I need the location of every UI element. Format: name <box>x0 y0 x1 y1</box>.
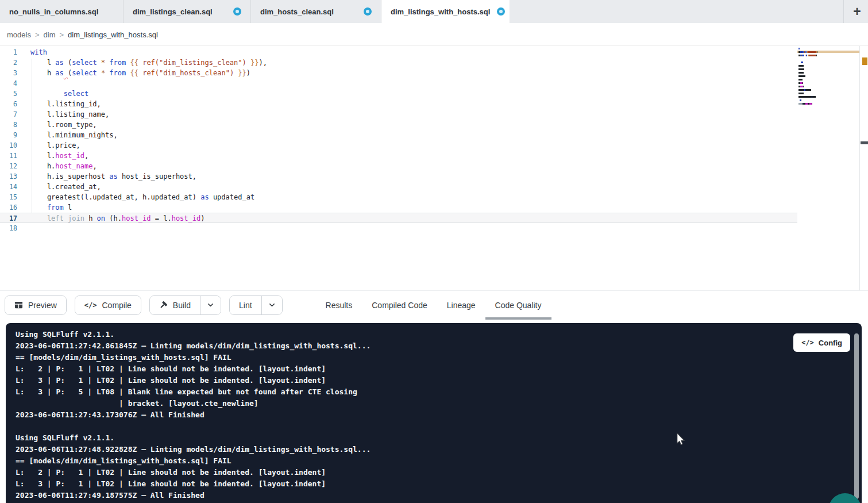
build-button[interactable]: Build <box>150 296 200 314</box>
line-number: 2 <box>0 57 17 68</box>
code-text: h.is_superhost as host_is_superhost, <box>30 171 196 182</box>
line-number: 5 <box>0 89 17 99</box>
tab-dim_hosts_clean.sql[interactable]: dim_hosts_clean.sql <box>251 0 381 23</box>
code-line[interactable]: 14 l.created_at, <box>0 182 859 192</box>
terminal-scrollbar[interactable] <box>854 333 859 499</box>
code-line[interactable]: 5 select <box>0 89 859 99</box>
lint-button[interactable]: Lint <box>230 296 261 314</box>
code-text: greatest(l.updated_at, h.updated_at) as … <box>30 192 254 202</box>
code-line[interactable]: 1with <box>0 47 859 57</box>
line-number: 7 <box>0 109 17 120</box>
line-number: 13 <box>0 171 17 182</box>
editor-lines: 1with2 l as (select * from {{ ref("dim_l… <box>0 47 859 233</box>
chevron-down-icon <box>268 301 276 309</box>
line-number: 15 <box>0 192 17 202</box>
tab-dim_listings_clean.sql[interactable]: dim_listings_clean.sql <box>124 0 251 23</box>
code-line[interactable]: 3 h as (select * from {{ ref("dim_hosts_… <box>0 68 859 78</box>
breadcrumb-bar: models>dim>dim_listings_with_hosts.sql S… <box>0 23 868 46</box>
code-line[interactable]: 6 l.listing_id, <box>0 99 859 109</box>
breadcrumb-segment[interactable]: dim <box>44 30 56 39</box>
editor-scrollbar[interactable] <box>859 46 868 290</box>
code-line[interactable]: 2 l as (select * from {{ ref("dim_listin… <box>0 57 859 68</box>
config-button[interactable]: </> Config <box>793 333 850 352</box>
code-line[interactable]: 13 h.is_superhost as host_is_superhost, <box>0 171 859 182</box>
code-text: select <box>30 89 88 99</box>
code-text: l as (select * from {{ ref("dim_listings… <box>30 57 267 68</box>
code-text: l.listing_id, <box>30 99 101 109</box>
line-number: 14 <box>0 182 17 192</box>
code-line[interactable]: 10 l.price, <box>0 140 859 151</box>
code-line[interactable]: 16 from l <box>0 202 859 213</box>
tab-results[interactable]: Results <box>316 291 362 320</box>
breadcrumb-segment[interactable]: dim_listings_with_hosts.sql <box>68 30 158 39</box>
compile-button[interactable]: </>Compile <box>75 296 141 314</box>
tab-compiled-code[interactable]: Compiled Code <box>362 291 437 320</box>
tab-bar-divider <box>843 0 844 23</box>
line-number: 11 <box>0 151 17 161</box>
new-tab-button[interactable]: + <box>850 4 865 19</box>
tab-bar: no_nulls_in_columns.sqldim_listings_clea… <box>0 0 868 23</box>
code-line[interactable]: 9 l.minimum_nights, <box>0 130 859 140</box>
code-line[interactable]: 18 <box>0 223 859 233</box>
preview-button[interactable]: Preview <box>5 296 66 314</box>
minimap-rows <box>798 48 817 110</box>
line-number: 3 <box>0 68 17 78</box>
breadcrumb-separator-icon: > <box>59 30 64 39</box>
modified-dot-icon <box>497 7 505 16</box>
modified-dot-icon <box>364 7 372 16</box>
line-number: 17 <box>0 213 17 224</box>
code-line[interactable]: 17 left join h on (h.host_id = l.host_id… <box>0 213 797 223</box>
code-text: l.host_id, <box>30 151 88 161</box>
breadcrumb: models>dim>dim_listings_with_hosts.sql <box>7 23 158 46</box>
code-icon: </> <box>801 339 814 347</box>
line-number: 8 <box>0 120 17 130</box>
tab-dim_listings_with_hosts.sql[interactable]: dim_listings_with_hosts.sql <box>381 0 510 23</box>
terminal-panel: Using SQLFluff v2.1.1. 2023-06-06T11:27:… <box>6 323 862 503</box>
chevron-down-icon <box>207 301 214 309</box>
line-number: 10 <box>0 140 17 151</box>
code-text: l.room_type, <box>30 120 97 130</box>
tab-label: dim_listings_clean.sql <box>133 7 213 16</box>
scroll-position-marker <box>861 141 868 144</box>
code-line[interactable]: 15 greatest(l.updated_at, h.updated_at) … <box>0 192 859 202</box>
panel-tabs: ResultsCompiled CodeLineageCode Quality <box>316 291 551 320</box>
preview-label: Preview <box>28 301 57 310</box>
line-number: 1 <box>0 47 17 57</box>
line-number: 9 <box>0 130 17 140</box>
code-line[interactable]: 4 <box>0 78 859 89</box>
code-line[interactable]: 8 l.room_type, <box>0 120 859 130</box>
code-text: h.host_name, <box>30 161 97 171</box>
code-line[interactable]: 11 l.host_id, <box>0 151 859 161</box>
modified-dot-icon <box>233 7 241 16</box>
breadcrumb-segment[interactable]: models <box>7 30 31 39</box>
compile-label: Compile <box>102 301 131 310</box>
build-dropdown-button[interactable] <box>200 296 221 314</box>
code-text: l.created_at, <box>30 182 101 192</box>
button-group-compile: </>Compile <box>75 295 141 315</box>
action-buttons: Preview</>CompileBuildLint <box>5 295 291 315</box>
button-group-build: Build <box>149 295 221 315</box>
tab-label: dim_hosts_clean.sql <box>260 7 334 16</box>
tab-lineage[interactable]: Lineage <box>437 291 485 320</box>
config-label: Config <box>819 339 842 347</box>
line-number: 6 <box>0 99 17 109</box>
lint-dropdown-button[interactable] <box>261 296 282 314</box>
line-number: 16 <box>0 202 17 213</box>
code-editor[interactable]: 1with2 l as (select * from {{ ref("dim_l… <box>0 46 859 290</box>
build-label: Build <box>173 301 191 310</box>
line-number: 18 <box>0 223 17 233</box>
lint-label: Lint <box>239 301 252 310</box>
line-number: 4 <box>0 78 17 89</box>
hammer-icon <box>159 301 168 309</box>
code-icon: </> <box>84 301 97 309</box>
minimap[interactable] <box>797 47 859 289</box>
code-line[interactable]: 12 h.host_name, <box>0 161 859 171</box>
tab-code-quality[interactable]: Code Quality <box>485 291 551 320</box>
code-line[interactable]: 7 l.listing_name, <box>0 109 859 120</box>
code-text: from l <box>30 202 72 213</box>
tab-no_nulls_in_columns.sql[interactable]: no_nulls_in_columns.sql <box>0 0 124 23</box>
tab-label: dim_listings_with_hosts.sql <box>391 7 490 16</box>
breadcrumb-separator-icon: > <box>35 30 40 39</box>
code-text: l.listing_name, <box>30 109 109 120</box>
code-text: h as (select * from {{ ref("dim_hosts_cl… <box>30 68 250 78</box>
